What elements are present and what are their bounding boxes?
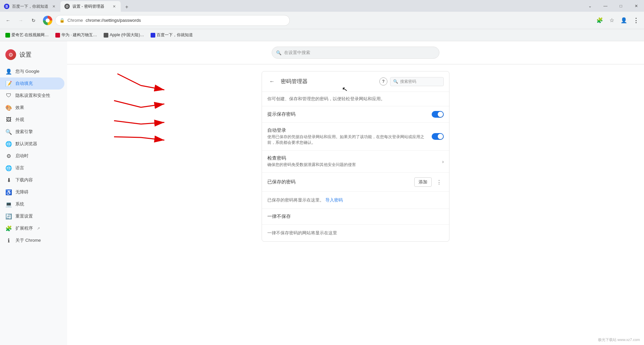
external-link-icon: ↗ bbox=[37, 226, 40, 231]
watermark-text: 极光下载站 www.xz7.com bbox=[598, 338, 640, 342]
tab-favicon-baidu: B bbox=[4, 4, 9, 9]
sidebar-label-startup: 启动时 bbox=[15, 153, 29, 159]
help-icon[interactable]: ? bbox=[379, 77, 387, 85]
saved-passwords-header: 已保存的密码 添加 ⋮ bbox=[262, 173, 449, 192]
back-button[interactable]: ← bbox=[3, 15, 13, 26]
check-passwords-desc: 确保您的密码免受数据泄露和其他安全问题的侵害 bbox=[267, 162, 442, 168]
never-save-empty: 一律不保存密码的网站将显示在这里 bbox=[262, 225, 449, 241]
sidebar-icon-privacy: 🛡 bbox=[5, 92, 12, 99]
minimize-button[interactable]: — bbox=[598, 0, 613, 12]
bookmark-item-baidu[interactable]: 百度一下，你就知道 bbox=[148, 31, 196, 39]
lock-icon: 🔒 bbox=[59, 18, 65, 23]
sidebar-label-reset: 重置设置 bbox=[15, 213, 33, 219]
sidebar-item-search-engine[interactable]: 🔍 搜索引擎 bbox=[0, 126, 64, 138]
settings-title: 设置 bbox=[19, 51, 32, 59]
tab-favicon-settings: ⚙ bbox=[64, 4, 70, 9]
sidebar-item-effect[interactable]: 🎨 效果 bbox=[0, 102, 64, 114]
bookmark-item-apple[interactable]: Apple (中国大陆)… bbox=[101, 31, 147, 39]
sidebar-item-google[interactable]: 👤 您与 Google bbox=[0, 65, 64, 77]
sidebar-label-search: 搜索引擎 bbox=[15, 129, 33, 135]
offer-save-toggle[interactable] bbox=[432, 111, 444, 118]
window-controls: ⌄ — □ ✕ bbox=[582, 0, 644, 12]
import-passwords-link[interactable]: 导入密码 bbox=[325, 197, 343, 203]
panel-search[interactable]: 🔍 搜索密码 bbox=[390, 77, 444, 86]
panel-search-icon: 🔍 bbox=[393, 79, 398, 84]
sidebar-item-appearance[interactable]: 🖼 外观 bbox=[0, 114, 64, 126]
maximize-button[interactable]: □ bbox=[613, 0, 629, 12]
saved-passwords-title: 已保存的密码 bbox=[267, 179, 414, 185]
offer-save-text: 提示保存密码 bbox=[267, 111, 432, 117]
offer-save-row: 提示保存密码 bbox=[262, 106, 449, 123]
bookmark-button[interactable]: ☆ bbox=[606, 15, 617, 26]
profile-button[interactable]: 👤 bbox=[619, 15, 629, 26]
panel-search-placeholder: 搜索密码 bbox=[400, 79, 416, 84]
address-right-buttons: 🧩 ☆ 👤 ⋮ bbox=[594, 15, 641, 26]
panel-back-button[interactable]: ← bbox=[267, 77, 277, 86]
sidebar-label-autofill: 自动填充 bbox=[15, 80, 33, 87]
sidebar-item-startup[interactable]: ⚙ 启动时 bbox=[0, 150, 64, 162]
sidebar-item-accessibility[interactable]: ♿ 无障碍 bbox=[0, 186, 64, 198]
more-passwords-button[interactable]: ⋮ bbox=[434, 177, 444, 187]
settings-search-bar: 🔍 在设置中搜索 bbox=[67, 41, 644, 64]
sidebar-item-extensions[interactable]: 🧩 扩展程序 ↗ bbox=[0, 222, 64, 234]
sidebar-item-default-browser[interactable]: 🌐 默认浏览器 bbox=[0, 138, 64, 150]
sidebar-item-privacy[interactable]: 🛡 隐私设置和安全性 bbox=[0, 90, 64, 102]
tab-close-baidu[interactable]: ✕ bbox=[51, 4, 56, 9]
search-icon: 🔍 bbox=[276, 50, 281, 55]
sidebar-icon-browser: 🌐 bbox=[5, 140, 12, 147]
offer-save-label: 提示保存密码 bbox=[267, 111, 432, 117]
bookmark-item-huawei[interactable]: 华为 · 建构万物互… bbox=[53, 31, 100, 39]
sidebar-item-about[interactable]: ℹ 关于 Chrome bbox=[0, 234, 64, 246]
auto-signin-row: 自动登录 使用已保存的凭据自动登录网站和应用。如果关闭了该功能，在您每次登录网站… bbox=[262, 123, 449, 151]
sidebar-icon-reset: 🔄 bbox=[5, 213, 12, 220]
settings-search-placeholder: 在设置中搜索 bbox=[284, 50, 310, 56]
sidebar-label-browser: 默认浏览器 bbox=[15, 141, 37, 147]
password-panel: ← 密码管理器 ? 🔍 搜索密码 你可创建、保存和管理您的密码，以便轻松登录网站… bbox=[262, 71, 449, 242]
address-bar: ← → ↻ 🔒 Chrome chrome://settings/passwor… bbox=[0, 12, 644, 29]
auto-signin-text: 自动登录 使用已保存的凭据自动登录网站和应用。如果关闭了该功能，在您每次登录网站… bbox=[267, 127, 432, 146]
new-tab-button[interactable]: + bbox=[122, 2, 131, 12]
auto-signin-toggle[interactable] bbox=[432, 133, 444, 140]
bookmark-favicon-baidu bbox=[151, 33, 155, 38]
settings-search-input[interactable]: 🔍 在设置中搜索 bbox=[272, 47, 439, 59]
tab-settings[interactable]: ⚙ 设置 - 密码管理器 ✕ bbox=[60, 1, 121, 12]
tab-close-settings[interactable]: ✕ bbox=[111, 4, 117, 9]
address-input[interactable]: 🔒 Chrome chrome://settings/passwords bbox=[55, 15, 290, 26]
add-password-button[interactable]: 添加 bbox=[414, 177, 432, 187]
bookmark-favicon-apple bbox=[104, 33, 108, 38]
more-options-button[interactable]: ⋮ bbox=[631, 15, 641, 26]
bookmark-item-iqiyi[interactable]: 爱奇艺·在线视频网… bbox=[3, 31, 51, 39]
sidebar-label-privacy: 隐私设置和安全性 bbox=[15, 93, 50, 99]
sidebar-icon-downloads: ⬇ bbox=[5, 177, 12, 183]
bookmark-favicon-iqiyi bbox=[5, 33, 10, 38]
sidebar-label-appearance: 外观 bbox=[15, 117, 24, 123]
content-area: 🔍 在设置中搜索 ← 密码管理器 ? 🔍 搜索密码 bbox=[67, 41, 644, 345]
sidebar-label-extensions: 扩展程序 bbox=[15, 225, 33, 231]
auto-signin-desc: 使用已保存的凭据自动登录网站和应用。如果关闭了该功能，在您每次登录网站或应用之前… bbox=[267, 134, 432, 146]
chrome-logo bbox=[43, 16, 52, 25]
tab-baidu[interactable]: B 百度一下，你就知道 ✕ bbox=[0, 1, 60, 12]
bookmarks-bar: 爱奇艺·在线视频网… 华为 · 建构万物互… Apple (中国大陆)… 百度一… bbox=[0, 29, 644, 41]
extensions-button[interactable]: 🧩 bbox=[594, 15, 605, 26]
close-button[interactable]: ✕ bbox=[629, 0, 644, 12]
sidebar-label-downloads: 下载内容 bbox=[15, 177, 33, 183]
tabs-container: B 百度一下，你就知道 ✕ ⚙ 设置 - 密码管理器 ✕ + bbox=[0, 0, 131, 12]
sidebar-icon-language: 🌐 bbox=[5, 165, 12, 171]
sidebar-item-language[interactable]: 🌐 语言 bbox=[0, 162, 64, 174]
sidebar-item-reset[interactable]: 🔄 重置设置 bbox=[0, 210, 64, 222]
refresh-button[interactable]: ↻ bbox=[28, 15, 39, 26]
chevron-right-icon: › bbox=[442, 159, 444, 164]
main-content: ⚙ 设置 👤 您与 Google 📝 自动填充 🛡 隐私设置和安全性 🎨 效果 … bbox=[0, 41, 644, 345]
sidebar-icon-accessibility: ♿ bbox=[5, 189, 12, 195]
sidebar-item-downloads[interactable]: ⬇ 下载内容 bbox=[0, 174, 64, 186]
chrome-menu-dropdown[interactable]: ⌄ bbox=[582, 0, 598, 12]
bookmark-label-iqiyi: 爱奇艺·在线视频网… bbox=[11, 32, 49, 38]
forward-button[interactable]: → bbox=[15, 15, 26, 26]
check-passwords-row[interactable]: 检查密码 确保您的密码免受数据泄露和其他安全问题的侵害 › bbox=[262, 151, 449, 173]
watermark: 极光下载站 www.xz7.com bbox=[598, 337, 640, 342]
sidebar-icon-system: 💻 bbox=[5, 201, 12, 208]
sidebar-item-system[interactable]: 💻 系统 bbox=[0, 198, 64, 210]
sidebar-item-autofill[interactable]: 📝 自动填充 bbox=[0, 77, 64, 90]
sidebar-label-google: 您与 Google bbox=[15, 68, 40, 74]
titlebar: B 百度一下，你就知道 ✕ ⚙ 设置 - 密码管理器 ✕ + ⌄ — □ ✕ bbox=[0, 0, 644, 12]
